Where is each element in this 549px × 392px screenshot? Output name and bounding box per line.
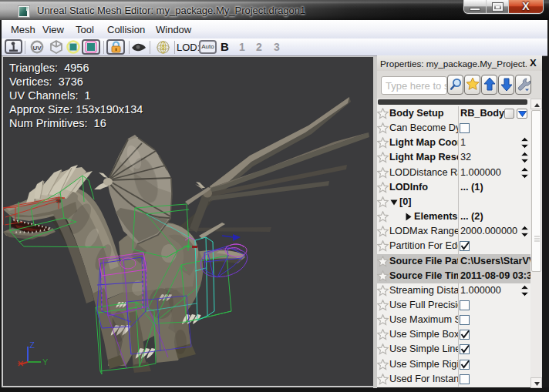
svg-text:UV: UV bbox=[32, 45, 42, 52]
svg-text:Z: Z bbox=[29, 340, 35, 350]
svg-text:Y: Y bbox=[42, 357, 49, 367]
